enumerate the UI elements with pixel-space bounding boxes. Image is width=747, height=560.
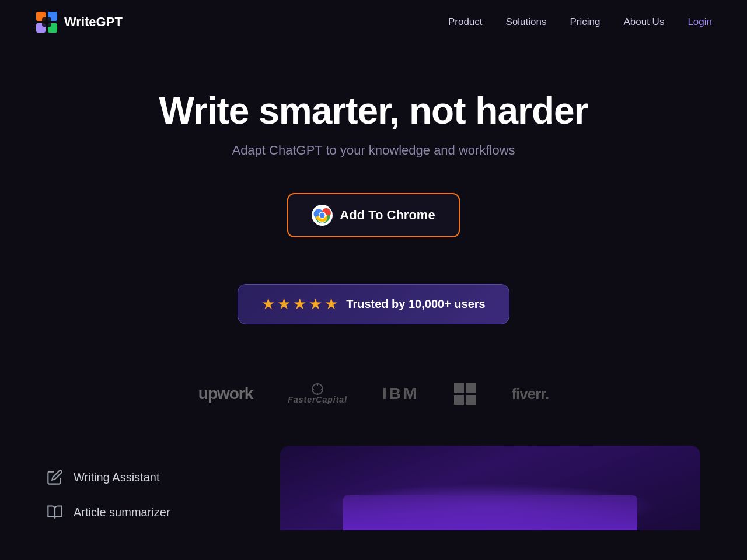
hero-section: Write smarter, not harder Adapt ChatGPT … bbox=[0, 44, 747, 452]
nav-pricing[interactable]: Pricing bbox=[570, 16, 600, 27]
screenshot-panel bbox=[280, 446, 700, 530]
star-rating: ★ ★ ★ ★ ★ bbox=[261, 295, 338, 313]
nav-about[interactable]: About Us bbox=[623, 16, 664, 27]
bottom-section: Writing Assistant Article summarizer bbox=[0, 452, 747, 530]
star-4: ★ bbox=[309, 295, 322, 313]
star-1: ★ bbox=[261, 295, 275, 313]
cta-label: Add To Chrome bbox=[340, 208, 435, 223]
feature-article-summarizer: Article summarizer bbox=[47, 504, 245, 520]
star-2: ★ bbox=[277, 295, 291, 313]
microsoft-logo bbox=[454, 383, 476, 405]
add-to-chrome-button[interactable]: Add To Chrome bbox=[287, 193, 459, 237]
fiverr-logo: fiverr. bbox=[511, 385, 549, 403]
nav-solutions[interactable]: Solutions bbox=[506, 16, 547, 27]
ibm-logo: IBM bbox=[382, 384, 419, 403]
logo[interactable]: WriteGPT bbox=[35, 10, 123, 34]
trust-badge: ★ ★ ★ ★ ★ Trusted by 10,000+ users bbox=[238, 284, 509, 324]
hero-title: Write smarter, not harder bbox=[159, 90, 588, 131]
star-3: ★ bbox=[293, 295, 306, 313]
fastercapital-logo: FasterCapital bbox=[288, 383, 347, 404]
book-icon bbox=[47, 504, 63, 520]
svg-rect-4 bbox=[42, 18, 51, 27]
writing-assistant-label: Writing Assistant bbox=[74, 471, 159, 484]
article-summarizer-label: Article summarizer bbox=[74, 506, 170, 519]
feature-list: Writing Assistant Article summarizer bbox=[47, 452, 245, 520]
nav-links: Product Solutions Pricing About Us Login bbox=[448, 16, 712, 28]
nav-login[interactable]: Login bbox=[687, 16, 712, 27]
navbar: WriteGPT Product Solutions Pricing About… bbox=[0, 0, 747, 44]
ui-preview bbox=[343, 495, 637, 530]
feature-writing-assistant: Writing Assistant bbox=[47, 469, 245, 485]
edit-icon bbox=[47, 469, 63, 485]
hero-subtitle: Adapt ChatGPT to your knowledge and work… bbox=[232, 143, 515, 158]
svg-point-7 bbox=[320, 213, 325, 218]
nav-product[interactable]: Product bbox=[448, 16, 483, 27]
star-5: ★ bbox=[324, 295, 338, 313]
trust-text: Trusted by 10,000+ users bbox=[346, 298, 485, 311]
upwork-logo: upwork bbox=[198, 384, 253, 403]
logos-section: upwork FasterCapital IBM fiverr. bbox=[152, 371, 595, 452]
logo-text: WriteGPT bbox=[64, 15, 123, 30]
chrome-icon bbox=[312, 205, 333, 226]
